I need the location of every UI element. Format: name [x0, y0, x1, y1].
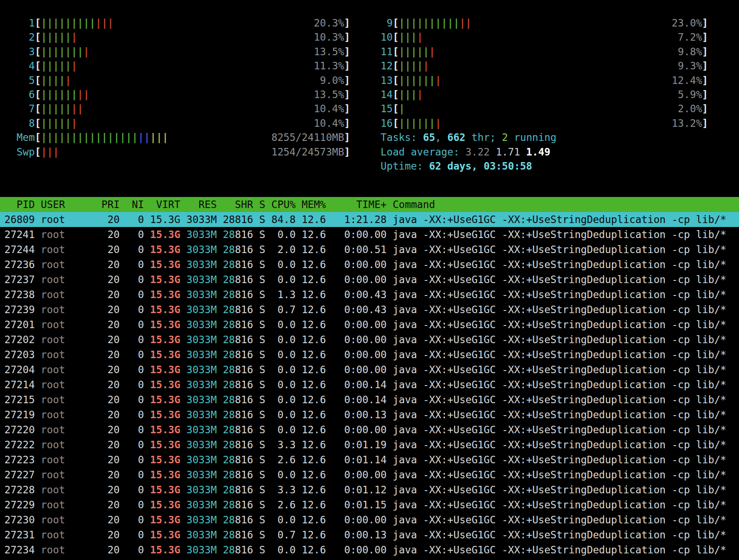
process-row[interactable]: 27214 root 20 0 15.3G 3033M 28816 S 0.0 … [0, 377, 739, 392]
process-row[interactable]: 27241 root 20 0 15.3G 3033M 28816 S 0.0 … [0, 227, 739, 242]
process-row[interactable]: 27227 root 20 0 15.3G 3033M 28816 S 0.0 … [0, 467, 739, 482]
meter-bar-segment: | [399, 103, 405, 114]
cell-pri: 20 [95, 439, 120, 450]
column-shr[interactable]: SHR [217, 199, 253, 210]
cell-ni: 0 [120, 379, 144, 390]
load-average-line-segment: Load average: [381, 146, 465, 158]
cell-pri: 20 [95, 529, 120, 541]
cell-virt: 15.3G [144, 349, 180, 360]
meter-bar-segment: ||||||| [41, 46, 83, 57]
column-mem[interactable]: MEM% [296, 199, 326, 210]
process-row[interactable]: 27244 root 20 0 15.3G 3033M 28816 S 2.0 … [0, 242, 739, 257]
cpu-meter-5-value: 9.0% [320, 73, 344, 87]
cell-pri: 20 [95, 424, 120, 435]
process-row[interactable]: 27219 root 20 0 15.3G 3033M 28816 S 0.0 … [0, 407, 739, 422]
cell-res: 3033M [180, 529, 217, 541]
cell-command: java -XX:+UseG1GC -XX:+UseStringDeduplic… [387, 274, 727, 285]
cell-user: root [41, 484, 95, 496]
column-res[interactable]: RES [180, 199, 217, 210]
cell-command: java -XX:+UseG1GC -XX:+UseStringDeduplic… [387, 424, 727, 435]
column-pid[interactable]: PID [4, 199, 41, 210]
cell-state: S [253, 229, 265, 240]
cpu-meter-13-label: 13 [381, 75, 392, 86]
cell-mem: 12.6 [296, 334, 326, 345]
process-row[interactable]: 27239 root 20 0 15.3G 3033M 28816 S 0.7 … [0, 302, 739, 317]
process-row[interactable]: 27234 root 20 0 15.3G 3033M 28816 S 0.0 … [0, 542, 739, 557]
cell-pid: 27203 [4, 349, 41, 360]
cell-time: 0:00.14 [326, 379, 387, 390]
column-s[interactable]: S [253, 199, 265, 210]
cell-state: S [253, 454, 265, 465]
process-row[interactable]: 27204 root 20 0 15.3G 3033M 28816 S 0.0 … [0, 362, 739, 377]
cell-ni: 0 [120, 259, 144, 270]
cell-res: 3033M [180, 244, 217, 255]
cell-res: 3033M [180, 274, 217, 285]
cell-shr-high: 28 [217, 379, 235, 390]
cell-command: java -XX:+UseG1GC -XX:+UseStringDeduplic… [387, 349, 727, 360]
cell-time: 0:00.00 [326, 334, 387, 345]
column-virt[interactable]: VIRT [144, 199, 180, 210]
process-row[interactable]: 27222 root 20 0 15.3G 3033M 28816 S 3.3 … [0, 437, 739, 452]
column-user[interactable]: USER [41, 199, 95, 210]
process-row[interactable]: 27236 root 20 0 15.3G 3033M 28816 S 0.0 … [0, 257, 739, 272]
cell-shr-low: 816 [235, 514, 253, 526]
cell-mem: 12.6 [296, 364, 326, 375]
top-line: 5[|||||9.0%]13[|||||||12.4%] [0, 73, 739, 87]
cell-res: 3033M [180, 304, 217, 315]
process-row[interactable]: 27215 root 20 0 15.3G 3033M 28816 S 0.0 … [0, 392, 739, 407]
meter-open-bracket: [ [35, 117, 41, 129]
cell-pid: 27236 [4, 259, 41, 270]
cell-virt: 15.3G [144, 469, 180, 481]
process-row[interactable]: 27230 root 20 0 15.3G 3033M 28816 S 0.0 … [0, 512, 739, 527]
right-column-block: 16[|||||||13.2%] [381, 116, 708, 130]
right-column-block: 13[|||||||12.4%] [381, 73, 708, 87]
column-pri[interactable]: PRI [95, 199, 120, 210]
process-row[interactable]: 27228 root 20 0 15.3G 3033M 28816 S 3.3 … [0, 482, 739, 497]
cell-shr-high: 28 [217, 274, 235, 285]
meter-bar-segment: || [71, 103, 83, 114]
process-row[interactable]: 27220 root 20 0 15.3G 3033M 28816 S 0.0 … [0, 422, 739, 437]
load-average-line-segment: 3.22 [465, 146, 496, 158]
meter-bar-segment: ||| [399, 31, 417, 43]
cell-res: 3033M [180, 319, 217, 330]
cell-state: S [253, 319, 265, 330]
cell-mem: 12.6 [296, 319, 326, 330]
process-row[interactable]: 27229 root 20 0 15.3G 3033M 28816 S 2.6 … [0, 497, 739, 512]
load-average-line-segment: 1.71 [496, 146, 526, 158]
cell-pri: 20 [95, 379, 120, 390]
meter-bar-segment: | [71, 117, 77, 129]
meter-close-bracket: ] [344, 103, 350, 114]
process-row[interactable]: 27238 root 20 0 15.3G 3033M 28816 S 1.3 … [0, 287, 739, 302]
process-row[interactable]: 27202 root 20 0 15.3G 3033M 28816 S 0.0 … [0, 332, 739, 347]
meter-bar-segment: |||||| [399, 117, 435, 129]
column-command[interactable]: Command [387, 199, 435, 210]
cell-state: S [253, 484, 265, 496]
process-row[interactable]: 27223 root 20 0 15.3G 3033M 28816 S 2.6 … [0, 452, 739, 467]
column-ni[interactable]: NI [120, 199, 144, 210]
cell-shr-high: 28 [217, 364, 235, 375]
process-row[interactable]: 27237 root 20 0 15.3G 3033M 28816 S 0.0 … [0, 272, 739, 287]
cell-time: 0:00.14 [326, 394, 387, 405]
process-row-selected[interactable]: 26809 root 20 0 15.3G 3033M 28816 S 84.8… [0, 212, 739, 227]
cell-mem: 12.6 [296, 409, 326, 420]
column-time[interactable]: TIME+ [326, 199, 386, 210]
cell-pid: 27204 [4, 364, 41, 375]
cell-mem: 12.6 [296, 274, 326, 285]
cpu-meter-8-label: 8 [16, 117, 34, 129]
meter-close-bracket: ] [344, 17, 350, 29]
process-row[interactable]: 27203 root 20 0 15.3G 3033M 28816 S 0.0 … [0, 347, 739, 362]
cell-shr-low: 816 [235, 289, 253, 300]
cell-res: 3033M [180, 379, 217, 390]
cell-res: 3033M [180, 334, 217, 345]
cell-state: S [253, 364, 265, 375]
cell-ni: 0 [120, 514, 144, 526]
meter-bar-segment: ||||| [41, 117, 71, 129]
cell-state: S [253, 259, 265, 270]
column-cpu[interactable]: CPU% [265, 199, 296, 210]
cell-res: 3033M [180, 289, 217, 300]
process-row[interactable]: 27201 root 20 0 15.3G 3033M 28816 S 0.0 … [0, 317, 739, 332]
process-row[interactable]: 27231 root 20 0 15.3G 3033M 28816 S 0.7 … [0, 527, 739, 542]
cell-cpu: 0.7 [265, 304, 296, 315]
cell-ni: 0 [120, 349, 144, 360]
top-line: 6[||||||||13.5%]14[||||5.9%] [0, 87, 739, 102]
